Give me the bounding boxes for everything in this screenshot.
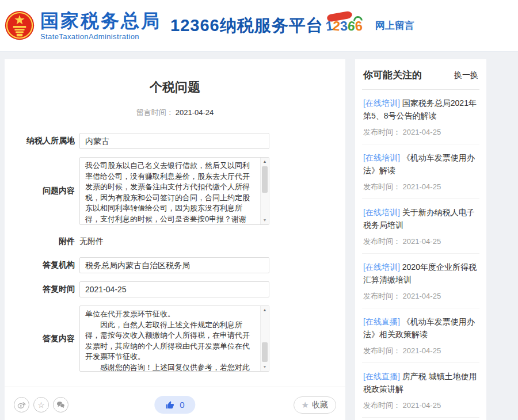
reply-content-label: 答复内容 [5,334,79,344]
weibo-share-button[interactable] [14,397,29,413]
favorite-label: 收藏 [312,400,328,410]
nav-online-message-link[interactable]: 网上留言 [375,19,414,32]
action-footer: ☆ 0 ★ 收藏 [5,387,345,420]
item-category-tag: [在线培训] [363,153,400,162]
scrollbar-thumb[interactable] [262,166,268,193]
reply-org-label: 答复机构 [5,260,79,270]
question-label: 问题内容 [5,186,79,196]
share-buttons: ☆ [14,397,68,413]
scrollbar-thumb[interactable] [262,342,268,362]
related-sidebar: 你可能关注的 换一换 [在线培训]国家税务总局2021年第5、8号公告的解读 发… [355,59,486,420]
list-item[interactable]: [在线直播]《机动车发票使用办法》相关政策解读 发布时间： 2021-04-25 [362,308,479,363]
reply-textarea[interactable]: 单位在代开发票环节征收。 因此，自然人若取得上述文件规定的利息所得，需按每次收入… [79,306,269,372]
reply-text: 单位在代开发票环节征收。 因此，自然人若取得上述文件规定的利息所得，需按每次收入… [80,306,269,371]
favorite-button[interactable]: ★ 收藏 [294,396,336,414]
site-header: 国家税务总局 StateTaxationAdministration 12366… [0,0,518,52]
list-item[interactable]: [在线直播]房产税 城镇土地使用税政策讲解 发布时间： 2021-04-25 [362,363,479,418]
scroll-down-icon[interactable]: ▼ [261,217,269,224]
message-form: 纳税人所属地 内蒙古 问题内容 我公司股东以自己名义去银行借款，然后又以同利率借… [5,133,345,372]
region-field[interactable]: 内蒙古 [79,133,269,149]
12366-hotline-logo-icon: 12366 [326,12,361,40]
question-row: 问题内容 我公司股东以自己名义去银行借款，然后又以同利率借给公司，没有赚取利息差… [5,157,345,225]
message-time-value: 2021-04-24 [176,108,214,117]
star-icon: ★ [302,400,309,410]
wechat-share-button[interactable] [53,397,68,413]
page-content: 个税问题 留言时间：2021-04-24 纳税人所属地 内蒙古 问题内容 我公司… [0,52,518,420]
region-label: 纳税人所属地 [5,136,79,146]
item-publish-date: 发布时间： 2021-04-25 [363,182,478,192]
sidebar-header: 你可能关注的 换一换 [362,67,479,90]
item-publish-date: 发布时间： 2021-04-25 [363,400,478,411]
star-icon: ☆ [37,401,45,409]
item-title-line: [在线培训]2020年度企业所得税汇算清缴培训 [363,261,478,286]
list-item[interactable]: [在线培训]关于新办纳税人电子税务局培训 发布时间： 2021-04-25 [362,199,479,254]
sidebar-title: 你可能关注的 [363,68,422,82]
item-title-line: [在线培训]关于新办纳税人电子税务局培训 [363,206,478,231]
page-title: 个税问题 [5,79,345,96]
item-title-line: [在线培训]国家税务总局2021年第5、8号公告的解读 [363,97,478,122]
list-item[interactable]: [在线培训]国家税务总局天津滨海高新技术产业开发区税务局近期增值税热点政策解读培… [362,418,479,420]
list-item[interactable]: [在线培训]国家税务总局2021年第5、8号公告的解读 发布时间： 2021-0… [362,90,479,144]
attachment-label: 附件 [5,236,79,247]
reply-time-field[interactable]: 2021-04-25 [79,281,269,297]
question-textarea[interactable]: 我公司股东以自己名义去银行借款，然后又以同利率借给公司，没有赚取利息差价，股东去… [79,157,269,225]
platform-title: 12366纳税服务平台 [170,14,323,37]
like-count: 0 [180,400,184,410]
reply-content-row: 答复内容 单位在代开发票环节征收。 因此，自然人若取得上述文件规定的利息所得，需… [5,306,345,372]
item-publish-date: 发布时间： 2021-04-25 [363,291,478,301]
item-title-line: [在线直播]房产税 城镇土地使用税政策讲解 [363,370,478,395]
item-publish-date: 发布时间： 2021-04-25 [363,346,478,356]
reply-org-row: 答复机构 税务总局内蒙古自治区税务局 [5,257,345,273]
refresh-list-button[interactable]: 换一换 [454,70,478,81]
weibo-icon [17,400,26,409]
wechat-icon [56,400,65,409]
item-publish-date: 发布时间： 2021-04-25 [363,236,478,247]
attachment-value: 无附件 [79,236,269,247]
message-time-label: 留言时间： [136,108,174,117]
reply-time-label: 答复时间 [5,284,79,295]
item-title-line: [在线直播]《机动车发票使用办法》相关政策解读 [363,315,478,341]
item-category-tag: [在线直播] [363,372,400,381]
thumbs-up-icon [165,400,174,410]
reply-org-field[interactable]: 税务总局内蒙古自治区税务局 [79,257,269,273]
qzone-share-button[interactable]: ☆ [33,397,49,413]
reply-time-row: 答复时间 2021-04-25 [5,281,345,297]
item-title-line: [在线培训]《机动车发票使用办法》解读 [363,151,478,177]
question-scrollbar[interactable]: ▲ ▼ [260,158,269,224]
like-button[interactable]: 0 [154,396,195,414]
region-row: 纳税人所属地 内蒙古 [5,133,345,149]
reply-scrollbar[interactable]: ▲ ▼ [260,306,269,371]
item-publish-date: 发布时间： 2021-04-25 [363,127,478,138]
question-text: 我公司股东以自己名义去银行借款，然后又以同利率借给公司，没有赚取利息差价，股东去… [80,158,269,224]
item-category-tag: [在线培训] [363,98,400,108]
item-category-tag: [在线培训] [363,262,400,272]
org-name: 国家税务总局 [40,11,161,30]
scroll-up-icon[interactable]: ▲ [261,307,269,314]
attachment-row: 附件 无附件 [5,236,345,247]
message-detail-card: 个税问题 留言时间：2021-04-24 纳税人所属地 内蒙古 问题内容 我公司… [5,59,345,420]
china-national-emblem-icon [5,9,35,43]
org-name-english: StateTaxationAdministration [40,32,161,41]
message-time-line: 留言时间：2021-04-24 [5,108,345,118]
scroll-down-icon[interactable]: ▼ [261,364,269,371]
list-item[interactable]: [在线培训]2020年度企业所得税汇算清缴培训 发布时间： 2021-04-25 [362,254,479,308]
list-item[interactable]: [在线培训]《机动车发票使用办法》解读 发布时间： 2021-04-25 [362,144,479,199]
item-category-tag: [在线直播] [363,317,400,326]
item-category-tag: [在线培训] [363,208,400,217]
related-list: [在线培训]国家税务总局2021年第5、8号公告的解读 发布时间： 2021-0… [362,90,479,420]
org-title-block: 国家税务总局 StateTaxationAdministration [40,11,161,41]
scroll-up-icon[interactable]: ▲ [261,158,269,165]
